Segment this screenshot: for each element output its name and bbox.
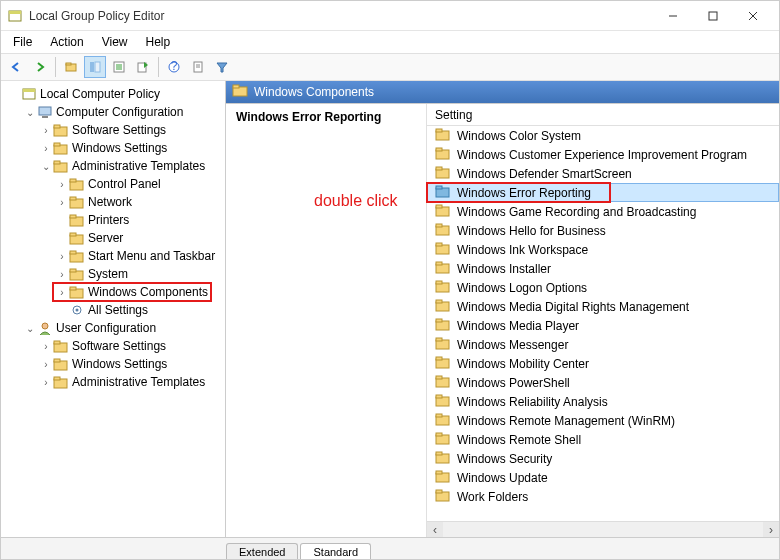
svg-rect-72 xyxy=(436,281,442,284)
menu-file[interactable]: File xyxy=(5,33,40,51)
policy-icon xyxy=(21,87,37,101)
chevron-right-icon[interactable]: › xyxy=(55,269,69,280)
setting-label: Windows PowerShell xyxy=(457,376,570,390)
up-button[interactable] xyxy=(60,56,82,78)
maximize-button[interactable] xyxy=(693,1,733,31)
tree-node[interactable]: ⌄User Configuration xyxy=(3,319,223,337)
tree-node[interactable]: ›Control Panel xyxy=(3,175,223,193)
minimize-button[interactable] xyxy=(653,1,693,31)
folder-icon xyxy=(53,339,69,353)
tree-node[interactable]: ⌄Administrative Templates xyxy=(3,157,223,175)
chevron-right-icon[interactable]: › xyxy=(39,341,53,352)
tree-node[interactable]: Printers xyxy=(3,211,223,229)
scroll-left-button[interactable]: ‹ xyxy=(427,522,443,538)
refresh-button[interactable] xyxy=(187,56,209,78)
show-hide-tree-button[interactable] xyxy=(84,56,106,78)
tree-node[interactable]: ›Windows Components xyxy=(3,283,223,301)
setting-label: Windows Media Player xyxy=(457,319,579,333)
setting-item[interactable]: Windows Mobility Center xyxy=(427,354,779,373)
setting-item[interactable]: Windows PowerShell xyxy=(427,373,779,392)
properties-button[interactable] xyxy=(108,56,130,78)
scroll-right-button[interactable]: › xyxy=(763,522,779,538)
tree-node[interactable]: ⌄Computer Configuration xyxy=(3,103,223,121)
tree-pane[interactable]: Local Computer Policy⌄Computer Configura… xyxy=(1,81,226,537)
menu-help[interactable]: Help xyxy=(138,33,179,51)
folder-icon xyxy=(435,128,451,144)
tree-node[interactable]: ›Software Settings xyxy=(3,337,223,355)
folder-icon xyxy=(435,489,451,505)
tree-node[interactable]: ›System xyxy=(3,265,223,283)
setting-item[interactable]: Windows Ink Workspace xyxy=(427,240,779,259)
chevron-right-icon[interactable]: › xyxy=(39,359,53,370)
chevron-right-icon[interactable]: › xyxy=(39,125,53,136)
setting-item[interactable]: Windows Remote Shell xyxy=(427,430,779,449)
chevron-right-icon[interactable]: › xyxy=(55,287,69,298)
setting-item[interactable]: Windows Defender SmartScreen xyxy=(427,164,779,183)
svg-rect-35 xyxy=(70,215,76,218)
help-button[interactable]: ? xyxy=(163,56,185,78)
setting-item[interactable]: Windows Game Recording and Broadcasting xyxy=(427,202,779,221)
setting-item[interactable]: Windows Hello for Business xyxy=(427,221,779,240)
setting-item[interactable]: Windows Color System xyxy=(427,126,779,145)
tree-node[interactable]: ›Windows Settings xyxy=(3,139,223,157)
svg-rect-8 xyxy=(90,62,94,72)
export-button[interactable] xyxy=(132,56,154,78)
column-header-setting[interactable]: Setting xyxy=(427,104,779,126)
setting-item[interactable]: Windows Installer xyxy=(427,259,779,278)
folder-icon xyxy=(435,413,451,429)
setting-item[interactable]: Windows Messenger xyxy=(427,335,779,354)
tree-node[interactable]: Local Computer Policy xyxy=(3,85,223,103)
svg-rect-29 xyxy=(54,161,60,164)
tree-node[interactable]: ›Network xyxy=(3,193,223,211)
setting-item[interactable]: Windows Media Digital Rights Management xyxy=(427,297,779,316)
folder-icon xyxy=(435,280,451,296)
setting-label: Windows Mobility Center xyxy=(457,357,589,371)
tree-node[interactable]: ›Software Settings xyxy=(3,121,223,139)
setting-item[interactable]: Work Folders xyxy=(427,487,779,506)
path-header-text: Windows Components xyxy=(254,85,374,99)
chevron-down-icon[interactable]: ⌄ xyxy=(39,161,53,172)
folder-icon xyxy=(435,451,451,467)
tree-node[interactable]: All Settings xyxy=(3,301,223,319)
setting-item[interactable]: Windows Reliability Analysis xyxy=(427,392,779,411)
tab-standard[interactable]: Standard xyxy=(300,543,371,560)
setting-item[interactable]: Windows Customer Experience Improvement … xyxy=(427,145,779,164)
setting-item[interactable]: Windows Logon Options xyxy=(427,278,779,297)
menu-view[interactable]: View xyxy=(94,33,136,51)
tree-node[interactable]: ›Administrative Templates xyxy=(3,373,223,391)
setting-label: Windows Defender SmartScreen xyxy=(457,167,632,181)
folder-icon xyxy=(435,223,451,239)
setting-item[interactable]: Windows Media Player xyxy=(427,316,779,335)
filter-button[interactable] xyxy=(211,56,233,78)
folder-icon xyxy=(69,249,85,263)
chevron-right-icon[interactable]: › xyxy=(39,143,53,154)
setting-label: Windows Update xyxy=(457,471,548,485)
horizontal-scrollbar[interactable]: ‹ › xyxy=(427,521,779,537)
chevron-right-icon[interactable]: › xyxy=(39,377,53,388)
chevron-down-icon[interactable]: ⌄ xyxy=(23,323,37,334)
tree-node[interactable]: ›Windows Settings xyxy=(3,355,223,373)
forward-button[interactable] xyxy=(29,56,51,78)
svg-point-46 xyxy=(42,323,48,329)
setting-label: Windows Ink Workspace xyxy=(457,243,588,257)
tree-node-label: Start Menu and Taskbar xyxy=(88,249,215,263)
setting-item[interactable]: Windows Error Reporting xyxy=(427,183,779,202)
setting-item[interactable]: Windows Security xyxy=(427,449,779,468)
chevron-right-icon[interactable]: › xyxy=(55,179,69,190)
chevron-down-icon[interactable]: ⌄ xyxy=(23,107,37,118)
close-button[interactable] xyxy=(733,1,773,31)
settings-list[interactable]: Windows Color SystemWindows Customer Exp… xyxy=(427,126,779,521)
menu-action[interactable]: Action xyxy=(42,33,91,51)
tree-node[interactable]: ›Start Menu and Taskbar xyxy=(3,247,223,265)
setting-item[interactable]: Windows Update xyxy=(427,468,779,487)
back-button[interactable] xyxy=(5,56,27,78)
svg-rect-52 xyxy=(54,377,60,380)
setting-label: Windows Error Reporting xyxy=(457,186,591,200)
setting-label: Windows Hello for Business xyxy=(457,224,606,238)
chevron-right-icon[interactable]: › xyxy=(55,251,69,262)
chevron-right-icon[interactable]: › xyxy=(55,197,69,208)
tab-extended[interactable]: Extended xyxy=(226,543,298,560)
tree-node[interactable]: Server xyxy=(3,229,223,247)
setting-item[interactable]: Windows Remote Management (WinRM) xyxy=(427,411,779,430)
window-title: Local Group Policy Editor xyxy=(29,9,653,23)
